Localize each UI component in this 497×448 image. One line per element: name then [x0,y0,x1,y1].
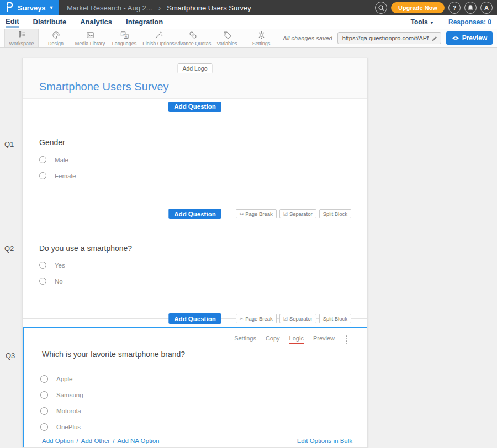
edit-url-pencil-icon[interactable] [431,34,438,44]
questionpro-logo-icon [5,2,14,14]
media-library-icon [86,30,95,40]
nav-tab-analytics[interactable]: Analytics [80,18,112,27]
chevron-down-icon: ▼ [49,5,54,10]
page-break-button[interactable]: ✂Page Break [236,209,277,218]
question-text-q3[interactable]: Which is your favorite smartphone brand? [42,350,352,364]
answer-option[interactable]: No [39,278,63,285]
nav-right: Tools ▼ Responses: 0 [411,18,491,26]
tools-menu[interactable]: Tools ▼ [411,18,434,26]
settings-gear-icon [257,30,266,40]
add-question-button[interactable]: Add Question [168,209,221,219]
radio-icon[interactable] [40,423,48,431]
upgrade-now-button[interactable]: Upgrade Now [391,2,445,13]
selected-question-block[interactable]: Settings Copy Logic Preview Which is you… [23,327,368,448]
answer-option[interactable]: Male [39,156,68,163]
svg-text:A: A [125,35,127,38]
answer-option[interactable]: OnePlus [40,423,81,431]
help-label: ? [453,4,457,11]
radio-icon[interactable] [39,156,46,163]
variables-tag-icon [223,30,232,40]
radio-icon[interactable] [40,407,48,415]
search-button[interactable] [375,2,387,14]
answer-option[interactable]: Samsung [40,391,83,399]
nav-tab-integration[interactable]: Integration [126,18,163,27]
toolbar-right: All changes saved Preview [283,29,497,47]
preview-button[interactable]: Preview [446,31,493,45]
question-number-q3: Q3 [6,351,15,360]
question-action-menu: Settings Copy Logic Preview [234,335,335,344]
add-logo-button[interactable]: Add Logo [178,63,213,73]
answer-option[interactable]: Yes [39,262,65,269]
block-divider-row: Add Question ✂Page Break ☑Separator Spli… [23,209,367,220]
eye-icon [452,35,459,41]
languages-icon: x A [120,30,129,40]
radio-icon[interactable] [39,172,46,179]
survey-editor-page: Surveys ▼ Market Research - Aug 2... › S… [0,0,497,448]
survey-title[interactable]: Smartphone Users Survey [39,81,169,93]
block-divider-row: Add Question ✂Page Break ☑Separator Spli… [23,313,367,324]
tool-design[interactable]: Design [39,29,73,47]
split-block-button[interactable]: Split Block [319,314,351,323]
search-icon [378,4,385,12]
question-logic-link[interactable]: Logic [289,335,304,344]
notifications-button[interactable] [464,2,477,14]
add-question-button[interactable]: Add Question [168,313,221,324]
separator-icon: ☑ [283,211,288,217]
chevron-down-icon: ▼ [430,20,434,25]
radio-icon[interactable] [39,262,46,269]
tool-workspace[interactable]: Workspace [4,29,39,47]
breadcrumb-folder[interactable]: Market Research - Aug 2... [67,4,152,12]
separator-icon: ☑ [283,316,288,322]
finish-options-wand-icon [154,30,163,40]
page-break-button[interactable]: ✂Page Break [236,314,277,323]
question-copy-link[interactable]: Copy [266,335,280,344]
tool-media-library[interactable]: Media Library [73,29,107,47]
top-bar: Surveys ▼ Market Research - Aug 2... › S… [0,0,497,15]
editor-toolbar: Workspace Design Media Library [0,29,497,48]
advance-quotas-icon [188,30,198,40]
tool-settings[interactable]: Settings [244,29,278,47]
block-tools: ✂Page Break ☑Separator Split Block [236,314,351,323]
topbar-actions: Upgrade Now ? A [375,2,497,14]
nav-tab-distribute[interactable]: Distribute [33,18,67,27]
save-status: All changes saved [283,35,332,41]
edit-options-in-bulk-link[interactable]: Edit Options in Bulk [297,438,352,444]
question-preview-link[interactable]: Preview [313,335,335,344]
answer-option[interactable]: Female [39,172,76,179]
svg-text:x: x [122,32,124,35]
question-number-q1: Q1 [4,140,14,148]
nav-tab-edit[interactable]: Edit [6,17,19,28]
responses-count[interactable]: Responses: 0 [448,18,491,26]
add-question-button[interactable]: Add Question [168,102,221,112]
account-avatar[interactable]: A [480,2,493,14]
separator-button[interactable]: ☑Separator [279,209,316,218]
help-button[interactable]: ? [448,2,461,14]
add-option-link[interactable]: Add Option [42,438,74,444]
add-other-link[interactable]: Add Other [81,438,110,444]
tool-languages[interactable]: x A Languages [107,29,141,47]
split-block-button[interactable]: Split Block [319,209,351,218]
kebab-menu-icon[interactable] [345,335,348,345]
question-text-q1[interactable]: Gender [39,138,65,147]
answer-option[interactable]: Motorola [40,407,81,415]
block-tools: ✂Page Break ☑Separator Split Block [236,209,351,218]
share-url-input[interactable] [337,32,441,44]
radio-icon[interactable] [40,391,48,399]
breadcrumb-survey-name: Smartphone Users Survey [167,4,251,12]
radio-icon[interactable] [40,375,48,383]
design-palette-icon [51,30,61,40]
question-settings-link[interactable]: Settings [234,335,256,344]
workspace-icon [17,30,27,40]
tool-finish-options[interactable]: Finish Options [141,29,176,47]
question-text-q2[interactable]: Do you use a smartphone? [39,244,132,253]
tool-variables[interactable]: Variables [210,29,244,47]
tool-advance-quotas[interactable]: Advance Quotas [176,29,210,47]
radio-icon[interactable] [39,278,46,285]
page-break-icon: ✂ [240,211,244,217]
breadcrumb-separator-icon: › [158,3,161,12]
separator-button[interactable]: ☑Separator [279,314,316,323]
add-na-option-link[interactable]: Add NA Option [117,438,159,444]
surveys-menu[interactable]: Surveys ▼ [0,0,59,15]
add-question-row-top: Add Question [23,101,367,112]
answer-option[interactable]: Apple [40,375,72,383]
